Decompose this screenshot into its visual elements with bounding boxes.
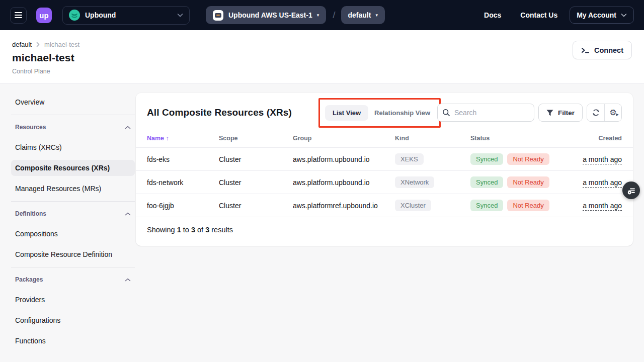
sidebar-item-composite-resources[interactable]: Composite Resources (XRs)	[11, 160, 135, 176]
gear-icon: ⚙	[609, 109, 616, 117]
view-toggle: List View Relationship View	[325, 105, 436, 121]
upbound-logo[interactable]: up	[36, 8, 52, 23]
sidebar: Overview Resources Claims (XRCs) Composi…	[0, 84, 136, 353]
column-header-group[interactable]: Group	[293, 135, 395, 142]
navbar-right: Docs Contact Us My Account	[484, 7, 634, 24]
created-tooltip-trigger[interactable]: a month ago	[583, 202, 622, 211]
path-separator: /	[333, 10, 335, 21]
control-plane-dropdown[interactable]: Upbound AWS US-East-1 ▾	[206, 6, 326, 24]
group-dropdown[interactable]: default ▾	[341, 6, 385, 24]
cell-group: aws.platform.upbound.io	[293, 178, 395, 187]
breadcrumb-chevron-icon	[36, 42, 40, 47]
sidebar-section-resources[interactable]: Resources	[11, 122, 135, 133]
caret-down-icon: ▾	[375, 13, 378, 18]
column-header-kind[interactable]: Kind	[395, 135, 470, 142]
cell-scope: Cluster	[219, 202, 293, 210]
docs-link[interactable]: Docs	[484, 11, 501, 19]
card-title: All Composite Resources (XRs)	[147, 107, 292, 118]
control-plane-name: Upbound AWS US-East-1	[228, 11, 312, 19]
cell-kind: XNetwork	[395, 176, 470, 188]
menu-icon[interactable]	[10, 7, 27, 24]
sidebar-item-providers[interactable]: Providers	[11, 292, 135, 308]
breadcrumb-root[interactable]: default	[12, 41, 32, 48]
synced-badge: Synced	[470, 176, 503, 188]
created-tooltip-trigger[interactable]: a month ago	[583, 155, 622, 164]
sidebar-item-claims[interactable]: Claims (XRCs)	[11, 139, 135, 155]
cell-group: aws.platformref.upbound.io	[293, 202, 395, 210]
connect-label: Connect	[594, 46, 623, 54]
filter-button[interactable]: Filter	[538, 104, 583, 122]
terminal-icon	[581, 47, 590, 54]
page-body: Overview Resources Claims (XRCs) Composi…	[0, 84, 644, 353]
breadcrumb: default michael-test	[12, 41, 79, 48]
sidebar-item-composite-resource-definition[interactable]: Composite Resource Definition	[11, 246, 135, 262]
relationship-view-tab[interactable]: Relationship View	[368, 105, 436, 121]
column-header-created[interactable]: Created	[598, 135, 622, 142]
cell-name: fds-network	[147, 178, 219, 187]
sidebar-item-functions[interactable]: Functions	[11, 333, 135, 349]
not-ready-badge: Not Ready	[507, 153, 549, 165]
sidebar-section-packages[interactable]: Packages	[11, 274, 135, 285]
cell-status: Synced Not Ready	[470, 153, 576, 165]
feedback-widget-button[interactable]	[622, 182, 640, 199]
control-plane-icon	[213, 10, 223, 21]
cell-scope: Cluster	[219, 155, 293, 163]
kind-badge: XCluster	[395, 200, 431, 211]
group-name: default	[348, 11, 371, 19]
sidebar-section-label: Definitions	[15, 210, 46, 217]
sidebar-section-label: Packages	[15, 276, 43, 283]
chevron-down-icon	[621, 13, 627, 17]
sidebar-divider	[11, 267, 135, 267]
sidebar-item-compositions[interactable]: Compositions	[11, 226, 135, 242]
result-total: 3	[205, 226, 209, 234]
created-tooltip-trigger[interactable]: a month ago	[583, 178, 622, 188]
sidebar-section-definitions[interactable]: Definitions	[11, 208, 135, 219]
not-ready-badge: Not Ready	[507, 200, 549, 211]
cell-group: aws.platform.upbound.io	[293, 155, 395, 163]
card-header: All Composite Resources (XRs) List View …	[136, 93, 633, 129]
table-row[interactable]: fds-network Cluster aws.platform.upbound…	[136, 171, 633, 194]
table-row[interactable]: foo-6jgjb Cluster aws.platformref.upboun…	[136, 194, 633, 217]
cell-name: fds-eks	[147, 155, 219, 163]
organization-name: Upbound	[85, 11, 116, 19]
chevron-up-icon	[125, 278, 131, 282]
top-navbar: up Upbound Upbound AWS US-East-1 ▾ / def…	[0, 0, 644, 30]
chevron-up-icon	[125, 126, 131, 129]
cell-created: a month ago	[583, 155, 622, 163]
cell-name: foo-6jgjb	[147, 202, 219, 210]
sidebar-item-overview[interactable]: Overview	[11, 94, 135, 110]
sidebar-item-managed-resources[interactable]: Managed Resources (MRs)	[11, 180, 135, 197]
auto-refresh-settings-button[interactable]: ⚙ ▶	[604, 104, 621, 121]
sidebar-item-configurations[interactable]: Configurations	[11, 312, 135, 328]
column-header-status[interactable]: Status	[470, 135, 576, 142]
caret-down-icon: ▾	[317, 13, 319, 18]
organization-dropdown[interactable]: Upbound	[62, 6, 190, 25]
refresh-button[interactable]	[587, 104, 604, 121]
results-summary: Showing 1 to 3 of 3 results	[136, 217, 633, 246]
page-header-left: default michael-test michael-test Contro…	[12, 41, 79, 75]
column-header-scope[interactable]: Scope	[219, 135, 293, 142]
my-account-button[interactable]: My Account	[570, 7, 634, 24]
cell-status: Synced Not Ready	[470, 176, 576, 188]
result-from: 1	[177, 226, 181, 234]
sort-ascending-icon: ↑	[166, 135, 169, 142]
main-content: All Composite Resources (XRs) List View …	[136, 93, 633, 246]
search-input[interactable]	[437, 104, 534, 122]
sidebar-section-label: Resources	[15, 124, 46, 131]
cell-created: a month ago	[583, 178, 622, 187]
sidebar-divider	[11, 201, 135, 202]
result-to: 3	[191, 226, 195, 234]
table-row[interactable]: fds-eks Cluster aws.platform.upbound.io …	[136, 148, 633, 171]
column-header-name[interactable]: Name ↑	[147, 135, 219, 142]
refresh-icon	[592, 109, 600, 117]
page-title: michael-test	[12, 52, 79, 64]
page-subtitle: Control Plane	[12, 68, 79, 75]
play-icon: ▶	[616, 113, 619, 117]
contact-us-link[interactable]: Contact Us	[520, 11, 557, 19]
cell-kind: XEKS	[395, 153, 470, 165]
connect-button[interactable]: Connect	[573, 41, 632, 59]
table-header-row: Name ↑ Scope Group Kind Status Created	[136, 129, 633, 148]
filter-label: Filter	[558, 109, 575, 117]
list-view-tab[interactable]: List View	[325, 105, 368, 121]
synced-badge: Synced	[470, 200, 503, 211]
